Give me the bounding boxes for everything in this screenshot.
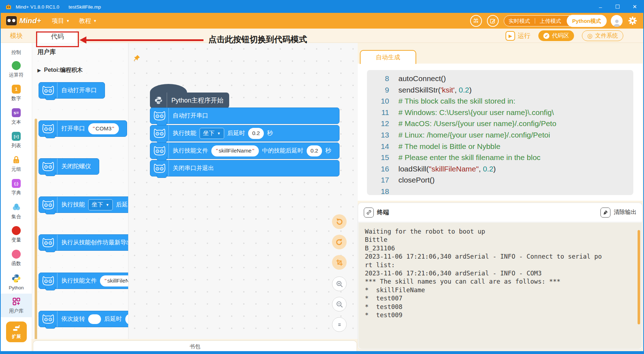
sidebar-item-text[interactable]: s≡文本: [1, 105, 32, 129]
block-string-input[interactable]: "COM3": [88, 123, 119, 134]
scratch-block[interactable]: 执行技能坐下▼后延时0.2秒: [150, 125, 339, 141]
target-circle-icon: ◎: [587, 33, 593, 39]
minimize-button[interactable]: –: [592, 1, 609, 13]
operators-icon: [12, 61, 21, 70]
screenshot-crop-button[interactable]: [332, 255, 347, 270]
block-dropdown[interactable]: 坐下▼: [200, 128, 224, 139]
scratch-block[interactable]: 执行技能坐下▼后延时0.2秒: [39, 196, 129, 213]
clear-output-button[interactable]: 清除输出: [600, 208, 637, 218]
center-blocks-button[interactable]: [332, 317, 347, 332]
scratch-block[interactable]: 打开串口"COM3": [39, 120, 127, 137]
scratch-block[interactable]: 关闭串口并退出: [150, 160, 339, 176]
sidebar-item-variables[interactable]: 变量: [1, 223, 32, 246]
sidebar-item-label: 函数: [11, 260, 21, 267]
hat-block-python-start[interactable]: Python主程序开始: [150, 84, 229, 108]
sidebar-item-operators[interactable]: 运算符: [1, 58, 32, 81]
title-bar: Mind+ V1.8.0 RC1.0 testSkillFile.mp – ☐ …: [1, 1, 643, 13]
block-label: 秒: [267, 129, 273, 137]
run-button[interactable]: ▶ 运行: [505, 31, 530, 41]
sidebar-item-tuple[interactable]: (·)元组: [1, 152, 32, 176]
mode-realtime[interactable]: 实时模式: [504, 15, 535, 26]
mode-upload[interactable]: 上传模式: [535, 15, 566, 26]
tab-blocks[interactable]: 模块: [1, 29, 32, 43]
community-icon[interactable]: [470, 15, 482, 27]
block-value-input[interactable]: 0.2: [125, 314, 129, 325]
close-button[interactable]: ✕: [626, 1, 643, 13]
sidebar-item-label: 文本: [11, 119, 21, 125]
scratch-block[interactable]: 自动打开串口: [150, 108, 339, 124]
user-avatar[interactable]: [611, 15, 623, 27]
palette-scrollbar[interactable]: [35, 119, 37, 340]
code-line: 17closePort(): [367, 174, 633, 186]
block-value-input[interactable]: 0.2: [248, 128, 264, 139]
redo-button[interactable]: [332, 235, 347, 249]
settings-gear-icon[interactable]: [628, 16, 638, 26]
terminal-scrollbar[interactable]: [638, 230, 640, 324]
chevron-down-icon: ▼: [93, 19, 97, 23]
functions-icon: [12, 250, 21, 259]
block-dropdown[interactable]: 坐下▼: [88, 199, 113, 210]
maximize-button[interactable]: ☐: [609, 1, 626, 13]
sidebar-item-set[interactable]: 集合: [1, 199, 32, 223]
petoi-cat-icon: [39, 273, 57, 289]
chevron-down-icon: ▼: [217, 131, 221, 135]
terminal-title: 终端: [377, 208, 389, 216]
scratch-block[interactable]: 依次旋转后延时0.2秒: [39, 311, 129, 327]
menu-project[interactable]: 项目▼: [52, 17, 70, 25]
sidebar-item-lists[interactable]: [≡]列表: [1, 129, 32, 152]
extensions-button[interactable]: 扩展: [6, 321, 27, 342]
sidebar-item-userlib[interactable]: 用户库: [1, 294, 32, 317]
zoom-out-button[interactable]: [332, 297, 347, 311]
scratch-block[interactable]: 执行技能文件"skillFileName"中的技能后延时0.2秒: [150, 143, 339, 159]
scratch-block[interactable]: 关闭陀螺仪: [39, 158, 99, 175]
user-library-icon: [12, 297, 21, 306]
petoi-cat-icon: [39, 197, 57, 213]
sidebar-item-dict[interactable]: {;}字典: [1, 176, 32, 199]
code-editor[interactable]: 8autoConnect()9sendSkillStr('ksit', 0.2)…: [367, 70, 633, 195]
block-string-input[interactable]: "skillFileName": [100, 275, 129, 286]
block-value-input[interactable]: 0.2: [307, 145, 322, 156]
window-title: Mind+ V1.8.0 RC1.0: [16, 4, 59, 10]
zoom-in-button[interactable]: [332, 276, 347, 291]
block-string-input[interactable]: "skillFileName": [211, 145, 259, 156]
sidebar-item-label: 数字: [11, 95, 21, 102]
sidebar-item-numbers[interactable]: 1数字: [1, 81, 32, 105]
hat-block-label: Python主程序开始: [171, 96, 223, 105]
terminal-line: Bittle: [365, 236, 635, 244]
sidebar-item-functions[interactable]: 函数: [1, 246, 32, 270]
block-palette[interactable]: 用户库 ▶ Petoi:编程积木 自动打开串口打开串口"COM3"关闭陀螺仪执行…: [32, 43, 129, 351]
python-icon: [150, 93, 167, 108]
sidebar-item-label: 用户库: [9, 308, 24, 314]
block-label: 关闭串口并退出: [173, 164, 214, 172]
file-system-button[interactable]: ◎ 文件系统: [582, 30, 623, 41]
text-icon: s≡: [12, 108, 21, 117]
scratch-block[interactable]: 执行技能文件"skillFileName": [39, 273, 129, 289]
undo-button[interactable]: [332, 214, 347, 229]
sidebar-item-control[interactable]: 控制: [1, 49, 32, 58]
mode-python[interactable]: Python模式: [567, 15, 606, 26]
menu-tutorial[interactable]: 教程▼: [79, 17, 97, 25]
terminal-output[interactable]: Waiting for the robot to boot upBittleB_…: [358, 223, 642, 349]
serial-link-icon[interactable]: [364, 208, 374, 218]
script-canvas[interactable]: Python主程序开始 自动打开串口执行技能坐下▼后延时0.2秒执行技能文件"s…: [129, 43, 358, 351]
block-empty-input[interactable]: [88, 314, 101, 324]
code-and-terminal-panel: 自动生成 8autoConnect()9sendSkillStr('ksit',…: [358, 43, 643, 351]
sidebar-item-python[interactable]: Python: [1, 270, 32, 294]
pin-palette-icon[interactable]: [131, 53, 142, 64]
petoi-cat-icon: [150, 143, 169, 159]
terminal-line: * test007: [365, 294, 635, 303]
tab-auto-generate[interactable]: 自动生成: [360, 50, 416, 64]
scratch-block[interactable]: 执行从技能创作坊最新导出的一个技能: [39, 234, 129, 251]
svg-text:(·): (·): [15, 160, 18, 163]
chevron-down-icon: ▼: [66, 19, 70, 23]
scratch-block[interactable]: 自动打开串口: [39, 82, 105, 99]
petoi-cat-icon: [150, 108, 169, 124]
code-area-button[interactable]: ✔ 代码区: [538, 30, 574, 41]
palette-group-header[interactable]: ▶ Petoi:编程积木: [37, 66, 83, 74]
app-robot-icon: [5, 4, 12, 10]
petoi-cat-icon: [39, 121, 57, 136]
sidebar-item-label: 变量: [11, 237, 21, 243]
edit-project-icon[interactable]: [487, 15, 499, 27]
code-line: 16loadSkill("skillFileName", 0.2): [367, 163, 633, 175]
backpack-bar[interactable]: 书包: [33, 340, 357, 353]
